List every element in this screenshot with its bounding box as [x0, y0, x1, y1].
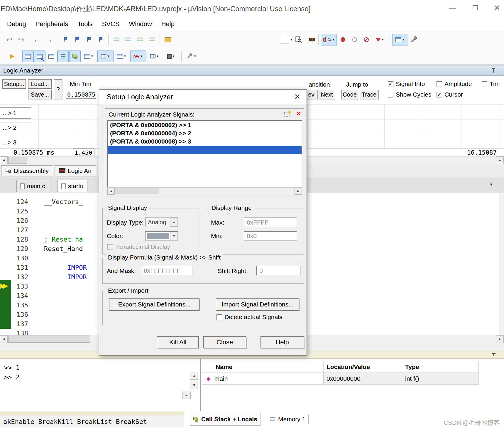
- menu-peripherals[interactable]: Peripherals: [35, 20, 68, 28]
- search-combo[interactable]: ▼: [281, 34, 293, 46]
- table-row-type[interactable]: int f(): [402, 373, 479, 385]
- pin-icon[interactable]: [491, 353, 496, 358]
- menu-tools[interactable]: Tools: [77, 20, 92, 28]
- display-type-combo[interactable]: Analog ▼: [145, 218, 178, 227]
- tab-startup[interactable]: startu: [57, 180, 87, 192]
- dialog-close-icon[interactable]: ×: [294, 91, 300, 102]
- navigate-forward-icon[interactable]: →: [43, 34, 55, 46]
- toggle-bookmark-icon[interactable]: [59, 34, 71, 46]
- signal-list-item-selected[interactable]: [108, 146, 302, 154]
- symbol-window-icon[interactable]: [45, 50, 57, 62]
- binoculars-icon[interactable]: [305, 34, 316, 46]
- watch-windows-dropdown-icon[interactable]: ▼: [81, 50, 97, 62]
- next-bookmark-icon[interactable]: [83, 34, 94, 46]
- signal-list-item[interactable]: (PORTA & 0x00000002) >> 1: [108, 121, 302, 129]
- table-row-location[interactable]: 0x00000000: [323, 373, 402, 385]
- signal-info-checkbox[interactable]: [388, 81, 393, 87]
- navigate-back-icon[interactable]: ←: [31, 34, 43, 46]
- cursor-checkbox[interactable]: [437, 92, 442, 97]
- max-input[interactable]: [244, 218, 297, 227]
- command-window-icon[interactable]: [22, 50, 34, 62]
- jump-to-code-button[interactable]: Code: [341, 90, 358, 99]
- scroll-up-icon[interactable]: ▲: [190, 372, 198, 380]
- column-header-name[interactable]: Name: [202, 361, 323, 373]
- timing-checkbox[interactable]: [482, 81, 487, 87]
- signal-row-2[interactable]: ...> 2: [0, 122, 31, 133]
- dialog-titlebar[interactable]: Setup Logic Analyzer ×: [99, 90, 307, 104]
- system-viewer-dropdown-icon[interactable]: ▼: [163, 50, 179, 62]
- la-setup-button[interactable]: Setup...: [2, 79, 26, 89]
- hexadecimal-display-checkbox[interactable]: [107, 244, 113, 250]
- configure-wrench-icon[interactable]: [408, 34, 420, 46]
- and-mask-input[interactable]: [141, 266, 192, 275]
- min-input[interactable]: [244, 232, 297, 240]
- menu-svcs[interactable]: SVCS: [102, 20, 119, 28]
- signals-hscrollbar[interactable]: ◄ ►: [107, 187, 302, 195]
- la-help-button[interactable]: ?: [54, 79, 62, 99]
- menu-help[interactable]: Help: [161, 20, 175, 28]
- window-layout-dropdown-icon[interactable]: ▼: [392, 34, 408, 46]
- toolbox-dropdown-icon[interactable]: ▼: [184, 50, 200, 62]
- clear-bookmarks-icon[interactable]: [94, 34, 106, 46]
- signals-listbox[interactable]: (PORTA & 0x00000002) >> 1 (PORTA & 0x000…: [107, 120, 302, 187]
- export-signal-definitions-button[interactable]: Export Signal Definitions...: [109, 298, 199, 311]
- editor-vscrollbar[interactable]: [499, 193, 504, 335]
- maximize-button[interactable]: □: [473, 3, 478, 12]
- tab-memory-1[interactable]: Memory 1: [267, 413, 308, 426]
- editor-tab-list-dropdown-icon[interactable]: ▼: [489, 182, 493, 187]
- la-load-button[interactable]: Load...: [28, 79, 52, 89]
- menu-debug[interactable]: Debug: [7, 20, 26, 28]
- scroll-thumb[interactable]: [115, 188, 159, 194]
- shift-right-input[interactable]: [257, 266, 300, 275]
- scroll-right-icon[interactable]: ►: [182, 392, 191, 399]
- minimize-button[interactable]: —: [449, 4, 456, 12]
- signal-list-item[interactable]: (PORTA & 0x00000004) >> 2: [108, 129, 302, 137]
- quick-find-dropdown-icon[interactable]: d▼: [321, 34, 337, 46]
- tab-call-stack-locals[interactable]: Call Stack + Locals: [190, 413, 261, 426]
- tab-logic-analyzer[interactable]: Logic An: [55, 165, 96, 176]
- table-row-name[interactable]: ◆ main: [202, 373, 323, 385]
- show-current-statement-icon[interactable]: [6, 50, 18, 62]
- scroll-right-icon[interactable]: ►: [295, 188, 302, 195]
- color-combo[interactable]: ▼: [145, 231, 178, 241]
- scroll-down-icon[interactable]: ▼: [190, 381, 198, 389]
- call-stack-window-icon[interactable]: [69, 50, 81, 62]
- help-dialog-button[interactable]: Help: [261, 336, 304, 348]
- jump-to-trace-button[interactable]: Trace: [360, 90, 378, 99]
- pin-icon[interactable]: [491, 68, 496, 73]
- serial-windows-dropdown-icon[interactable]: ▼: [114, 50, 130, 62]
- combo-dropdown-icon[interactable]: ▼: [170, 232, 178, 240]
- import-signal-definitions-button[interactable]: Import Signal Definitions...: [216, 298, 299, 311]
- menu-window[interactable]: Window: [129, 20, 152, 28]
- redo-icon[interactable]: ↪: [15, 34, 27, 46]
- close-dialog-button[interactable]: Close: [203, 336, 246, 348]
- scroll-thumb[interactable]: [8, 336, 90, 343]
- analysis-windows-dropdown-icon[interactable]: ▼: [130, 50, 146, 62]
- insert-breakpoint-icon[interactable]: [337, 34, 349, 46]
- tab-disassembly[interactable]: Disassembly: [1, 165, 53, 176]
- find-in-files-icon[interactable]: [162, 34, 174, 46]
- undo-icon[interactable]: ↩: [4, 34, 15, 46]
- scroll-right-icon[interactable]: ►: [496, 335, 504, 343]
- la-save-button[interactable]: Save...: [28, 90, 52, 99]
- tab-main-c[interactable]: main.c: [16, 180, 49, 192]
- scroll-left-icon[interactable]: ◄: [107, 188, 115, 195]
- uncomment-icon[interactable]: [146, 34, 158, 46]
- memory-windows-dropdown-icon[interactable]: ▼: [97, 50, 114, 62]
- trace-windows-dropdown-icon[interactable]: ▼: [146, 50, 163, 62]
- enable-disable-breakpoint-icon[interactable]: [349, 34, 361, 46]
- delete-actual-signals-checkbox[interactable]: [217, 314, 222, 320]
- prev-transition-button[interactable]: ev: [305, 90, 317, 99]
- signal-row-1[interactable]: ...> 1: [0, 107, 31, 119]
- disable-all-breakpoints-icon[interactable]: [361, 34, 372, 46]
- registers-window-icon[interactable]: [57, 50, 69, 62]
- disassembly-window-icon[interactable]: [34, 50, 45, 62]
- find-next-icon[interactable]: [293, 34, 305, 46]
- prev-bookmark-icon[interactable]: [71, 34, 83, 46]
- combo-dropdown-icon[interactable]: ▼: [170, 218, 178, 227]
- indent-icon[interactable]: [122, 34, 134, 46]
- outdent-icon[interactable]: [111, 34, 122, 46]
- next-transition-button[interactable]: Next: [319, 90, 335, 99]
- column-header-type[interactable]: Type: [402, 361, 479, 373]
- amplitude-checkbox[interactable]: [437, 81, 442, 87]
